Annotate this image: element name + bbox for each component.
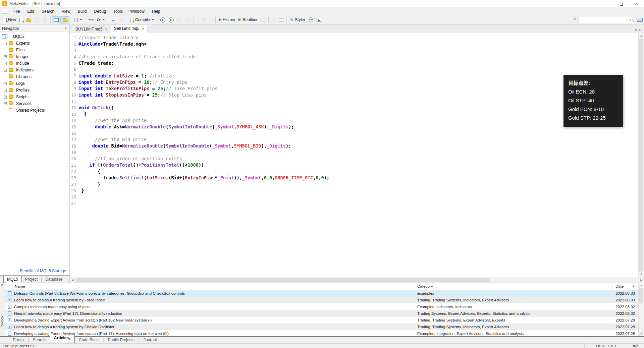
open-terminal-button[interactable]	[315, 17, 323, 23]
column-header-name[interactable]: Name	[5, 283, 414, 290]
restore-button[interactable]	[614, 0, 629, 7]
debug-start-button[interactable]: ▶	[159, 16, 167, 23]
tree-item-shared-projects[interactable]: Shared Projects	[0, 107, 69, 114]
tree-item-logs[interactable]: +Logs	[0, 80, 69, 87]
editor-vertical-scrollbar[interactable]: ▲ ▼	[638, 33, 644, 277]
snippets-button[interactable]	[72, 17, 84, 23]
realtime-button[interactable]: Realtime	[237, 16, 260, 23]
tab-close-icon[interactable]: ✕	[105, 27, 108, 31]
new-button[interactable]: New	[1, 16, 18, 23]
code-line[interactable]: 23 trade.SellLimit(LotSize,(Bid+(EntryIn…	[70, 175, 638, 181]
toolbox-tab-errors[interactable]: Errors	[9, 337, 28, 343]
tree-item-libraries[interactable]: Libraries	[0, 73, 69, 80]
table-row[interactable]: Developing a trading Expert Advisor from…	[5, 330, 638, 336]
tab-scroll-left-icon[interactable]: ◀	[634, 28, 637, 32]
scroll-left-icon[interactable]: ◀	[70, 277, 75, 283]
expand-plus-icon[interactable]: +	[4, 62, 7, 65]
expand-plus-icon[interactable]: +	[4, 89, 7, 92]
step-out-button[interactable]: ↑	[208, 16, 214, 23]
history-button[interactable]: History	[217, 16, 237, 23]
code-line[interactable]: 22 {	[70, 168, 638, 175]
tree-item-images[interactable]: +Images	[0, 53, 69, 60]
tab-close-icon[interactable]: ✕	[142, 27, 144, 31]
menu-search[interactable]: Search	[38, 8, 58, 15]
scrollbar-thumb[interactable]	[76, 278, 490, 282]
toggle-navigator-button[interactable]	[52, 16, 61, 23]
code-line[interactable]: 11	[70, 98, 638, 105]
search-input[interactable]	[579, 18, 630, 22]
checkout-button[interactable]: ↓	[33, 16, 41, 23]
update-button[interactable]: ⇓	[41, 16, 49, 23]
code-line[interactable]: 16	[70, 130, 638, 136]
tree-item-scripts[interactable]: +Scripts	[0, 94, 69, 100]
code-line[interactable]: 1//import Trade Library	[70, 35, 638, 41]
column-header-date[interactable]: Date	[612, 283, 638, 290]
code-line[interactable]: 20 //If no order or position exists	[70, 156, 638, 162]
open-button[interactable]	[25, 17, 33, 23]
minimize-button[interactable]	[599, 0, 614, 7]
variables-button[interactable]: VAR	[87, 17, 95, 22]
code-line[interactable]: 18 double Bid=NormalizeDouble(SymbolInfo…	[70, 143, 638, 149]
code-line[interactable]: 27	[70, 200, 638, 207]
code-line[interactable]: 12void OnTick()	[70, 105, 638, 111]
navigator-tab-project[interactable]: Project	[22, 276, 41, 283]
close-button[interactable]: ✕	[629, 0, 644, 7]
styler-button[interactable]: ✎Styler	[288, 16, 307, 23]
menu-view[interactable]: View	[58, 8, 74, 15]
export-report-button[interactable]	[277, 17, 285, 23]
document-tab-sell-limit-mq5[interactable]: Sell Limit.mq5✕	[111, 25, 148, 33]
expand-plus-icon[interactable]: +	[4, 102, 7, 105]
scroll-up-icon[interactable]: ▲	[639, 283, 644, 288]
expand-plus-icon[interactable]: +	[4, 82, 7, 85]
navigate-back-button[interactable]: ←	[109, 16, 117, 23]
tab-scroll-right-icon[interactable]: ▶	[639, 28, 641, 32]
navigator-tab-database[interactable]: Database	[42, 276, 66, 283]
menu-help[interactable]: Help	[148, 8, 164, 15]
code-line[interactable]: 6	[70, 66, 638, 73]
run-button[interactable]: ▶	[167, 16, 175, 23]
tree-item-profiles[interactable]: +Profiles	[0, 87, 69, 94]
code-line[interactable]: 17 //Get the Bid price	[70, 136, 638, 143]
code-line[interactable]: 19	[70, 149, 638, 156]
table-row[interactable]: DoEasy. Controls (Part 8): Base WinForms…	[5, 290, 638, 297]
code-editor[interactable]: 1//import Trade Library2#include<Trade\T…	[70, 33, 644, 277]
expand-plus-icon[interactable]: +	[4, 42, 7, 45]
expand-plus-icon[interactable]: +	[4, 55, 7, 58]
scrollbar-thumb[interactable]	[639, 288, 643, 303]
copy-report-button[interactable]	[270, 17, 277, 23]
editor-horizontal-scrollbar[interactable]: ◀ ▶	[70, 277, 644, 283]
navigate-forward-button[interactable]: →	[117, 16, 125, 23]
code-line[interactable]: 26	[70, 194, 638, 200]
tree-item-services[interactable]: +Services	[0, 100, 69, 107]
code-line[interactable]: 2#include<Trade\Trade.mqh>	[70, 41, 638, 47]
menu-tools[interactable]: Tools	[110, 8, 126, 15]
help-book-icon[interactable]	[637, 18, 643, 22]
code-line[interactable]: 8input int EntryInPips = 10;// Entry pip…	[70, 79, 638, 85]
scrollbar-thumb[interactable]	[639, 39, 643, 271]
menu-file[interactable]: File	[10, 8, 23, 15]
expand-plus-icon[interactable]: +	[4, 69, 7, 72]
code-line[interactable]: 24 }	[70, 181, 638, 187]
code-line[interactable]: 14 //Get the Ask price	[70, 117, 638, 124]
scroll-right-icon[interactable]: ▶	[638, 277, 644, 283]
step-over-button[interactable]: ⟳	[201, 16, 208, 23]
document-icon[interactable]: 5	[2, 9, 7, 14]
table-row[interactable]: Neural networks made easy (Part 17): Dim…	[5, 310, 638, 317]
search-icon[interactable]	[630, 19, 633, 21]
mql5-community-button[interactable]	[307, 16, 315, 23]
toolbox-tab-journal[interactable]: Journal	[140, 337, 161, 343]
table-vertical-scrollbar[interactable]: ▲ ▼	[638, 283, 644, 336]
table-row[interactable]: Complex indicators made easy using objec…	[5, 303, 638, 310]
new-window-button[interactable]	[18, 17, 25, 23]
toolbox-tab-code-base[interactable]: Code Base	[75, 337, 103, 343]
menu-edit[interactable]: Edit	[23, 8, 38, 15]
scroll-up-icon[interactable]: ▲	[639, 33, 644, 39]
code-line[interactable]: 21 if ((OrdersTotal()+PositionsTotal()<1…	[70, 162, 638, 168]
code-line[interactable]: 5CTrade trade;	[70, 60, 638, 66]
menu-debug[interactable]: Debug	[91, 8, 110, 15]
tree-item-files[interactable]: Files	[0, 47, 69, 53]
toolbox-tab-public-projects[interactable]: Public Projects	[104, 337, 138, 343]
stop-button[interactable]: ■	[184, 16, 192, 23]
code-line[interactable]: 4//Create an instance of Ctrade called t…	[70, 54, 638, 60]
code-line[interactable]: 3	[70, 47, 638, 54]
